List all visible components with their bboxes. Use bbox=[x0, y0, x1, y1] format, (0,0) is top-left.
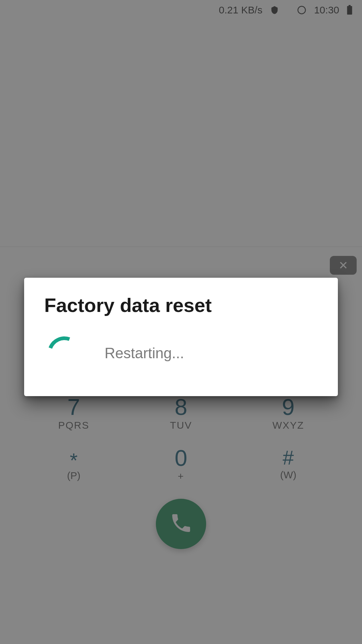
dialog-message: Restarting... bbox=[105, 345, 184, 362]
spinner-icon bbox=[48, 336, 81, 370]
dialog-title: Factory data reset bbox=[44, 294, 318, 316]
factory-reset-dialog: Factory data reset Restarting... bbox=[24, 278, 338, 396]
